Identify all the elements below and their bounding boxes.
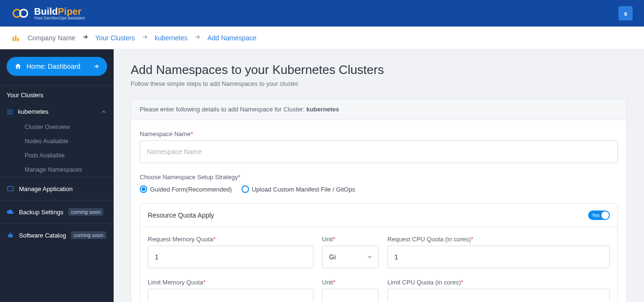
brand-logo[interactable]: BuildPiper Your DevSecOps assistant <box>11 7 85 20</box>
sidebar-cluster-kubernetes[interactable]: kubernetes <box>0 103 114 120</box>
arrow-right-icon <box>82 34 89 42</box>
grid-icon <box>7 109 13 115</box>
namespace-name-input[interactable] <box>140 140 618 163</box>
req-mem-label: Request Memory Quota* <box>148 236 313 243</box>
radio-label: Upload Custom Manifest File / GitOps <box>252 186 355 193</box>
main-content: Add Namespaces to your Kubernetes Cluste… <box>114 49 644 302</box>
row-label: Manage Application <box>19 185 72 192</box>
coming-soon-tag: coming soon <box>68 208 103 216</box>
svg-rect-4 <box>18 38 19 41</box>
sidebar-item-manage-application[interactable]: Manage Application <box>0 177 114 200</box>
svg-rect-3 <box>15 36 17 41</box>
row-label: Backup Settings <box>19 209 63 216</box>
strategy-label: Choose Namespace Setup Strategy* <box>140 174 618 181</box>
svg-rect-7 <box>11 109 12 110</box>
svg-rect-6 <box>9 109 10 110</box>
topbar: BuildPiper Your DevSecOps assistant s <box>0 0 644 27</box>
quota-title: Resource Quota Apply <box>148 211 214 219</box>
sidebar-item-nodes[interactable]: Nodes Availaible <box>0 134 114 148</box>
sidebar-item-pods[interactable]: Pods Availaible <box>0 148 114 163</box>
sidebar: Home: Dashboard Your Clusters kubernetes… <box>0 49 114 302</box>
namespace-name-label: Namespace Name* <box>140 130 618 137</box>
strategy-upload-radio[interactable]: Upload Custom Manifest File / GitOps <box>242 185 355 193</box>
app-icon <box>7 185 14 192</box>
unit-label: Unit* <box>322 236 379 243</box>
svg-rect-13 <box>11 113 12 114</box>
unit2-label: Unit* <box>322 279 379 286</box>
home-label: Home: Dashboard <box>27 63 80 70</box>
resource-quota-card: Resource Quota Apply Yes Request Memory … <box>140 203 618 302</box>
svg-rect-12 <box>9 113 10 114</box>
svg-rect-2 <box>13 37 14 41</box>
lim-mem-label: Limit Memory Quota* <box>148 279 313 286</box>
lim-mem-input[interactable] <box>148 289 313 302</box>
strategy-guided-radio[interactable]: Guided Form(Recommended) <box>140 185 232 193</box>
svg-rect-9 <box>9 111 10 112</box>
sidebar-item-software-catalog[interactable]: Software Catalog coming soon <box>0 223 114 247</box>
chevron-up-icon <box>100 109 107 115</box>
req-mem-input[interactable] <box>148 246 313 268</box>
user-avatar[interactable]: s <box>618 6 633 20</box>
lim-cpu-input[interactable] <box>387 289 610 302</box>
breadcrumb-company: Company Name <box>27 34 75 42</box>
page-title: Add Namespaces to your Kubernetes Cluste… <box>131 63 627 77</box>
sidebar-section-label: Your Clusters <box>0 92 114 103</box>
lim-cpu-label: Limit CPU Quota (in cores)* <box>387 279 610 286</box>
brand-tagline: Your DevSecOps assistant <box>34 16 85 20</box>
breadcrumb-kubernetes[interactable]: kubernetes <box>155 34 188 42</box>
quota-toggle[interactable]: Yes <box>588 210 610 220</box>
toggle-knob <box>601 211 609 219</box>
arrow-right-icon <box>194 34 201 42</box>
svg-rect-10 <box>11 111 12 112</box>
svg-rect-11 <box>8 113 9 114</box>
coming-soon-tag: coming soon <box>71 231 106 239</box>
svg-rect-5 <box>8 109 9 110</box>
basket-icon <box>7 231 14 239</box>
radio-unselected-icon <box>242 185 249 193</box>
breadcrumb: Company Name Your Clusters kubernetes Ad… <box>0 27 644 49</box>
sidebar-item-backup-settings[interactable]: Backup Settings coming soon <box>0 200 114 223</box>
arrow-right-icon <box>142 34 148 42</box>
home-dashboard-button[interactable]: Home: Dashboard <box>7 57 107 76</box>
header-cluster: kubernetes <box>306 106 339 113</box>
company-icon <box>11 33 21 43</box>
home-icon <box>14 63 22 70</box>
sidebar-item-cluster-overview[interactable]: Cluster Overview <box>0 120 114 134</box>
card-header: Please enter following details to add Na… <box>131 99 626 120</box>
radio-selected-icon <box>140 185 147 193</box>
header-prefix: Please enter following details to add Na… <box>140 106 306 113</box>
brand-build: Build <box>34 6 58 17</box>
page-subtitle: Follow these simple steps to add Namespa… <box>131 80 627 87</box>
row-label: Software Catalog <box>19 232 66 239</box>
brand-piper: Piper <box>58 6 81 17</box>
breadcrumb-add-namespace[interactable]: Add Namespace <box>207 34 257 42</box>
cloud-icon <box>7 208 14 216</box>
namespace-form-card: Please enter following details to add Na… <box>131 99 627 302</box>
unit-select[interactable] <box>322 246 379 268</box>
arrow-right-icon <box>93 63 99 70</box>
svg-rect-8 <box>8 111 9 112</box>
req-cpu-input[interactable] <box>387 246 610 268</box>
cluster-label: kubernetes <box>18 108 48 115</box>
logo-rings-icon <box>11 8 30 19</box>
req-cpu-label: Request CPU Quota (in cores)* <box>387 236 610 243</box>
unit2-select[interactable] <box>322 289 379 302</box>
sidebar-item-manage-namespaces[interactable]: Manage Namespaces <box>0 163 114 177</box>
radio-label: Guided Form(Recommended) <box>150 186 232 193</box>
svg-rect-14 <box>8 186 13 191</box>
breadcrumb-clusters[interactable]: Your Clusters <box>95 34 135 42</box>
toggle-label: Yes <box>592 213 599 218</box>
